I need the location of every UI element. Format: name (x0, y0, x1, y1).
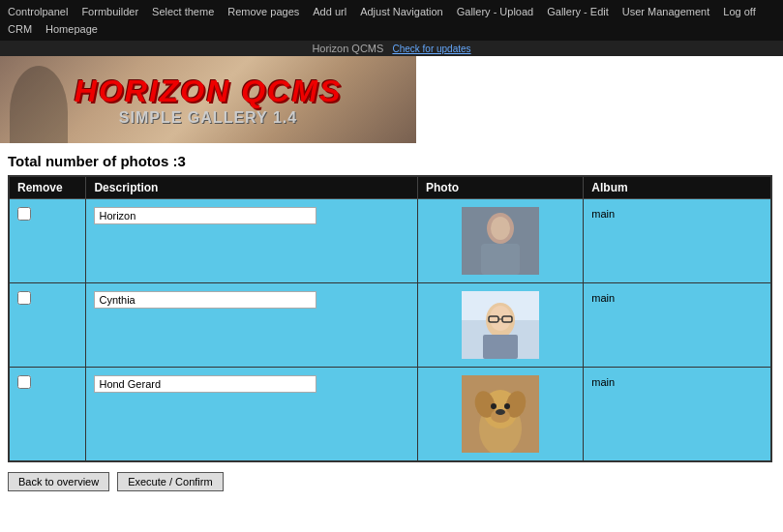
nav-remove-pages[interactable]: Remove pages (222, 4, 305, 19)
nav-gallery-edit[interactable]: Gallery - Edit (541, 4, 615, 19)
table-header-row: Remove Description Photo Album (9, 176, 771, 199)
table-row: main (9, 283, 771, 368)
execute-confirm-button[interactable]: Execute / Confirm (117, 472, 223, 491)
photo-count-label: Total number of photos :3 (0, 143, 783, 175)
table-row: main (9, 199, 771, 283)
bottom-bar: Back to overview Execute / Confirm (0, 466, 783, 497)
sub-navigation: Horizon QCMS Check for updates (0, 41, 783, 56)
banner-subtitle: SIMPLE GALLERY 1.4 (119, 109, 297, 127)
brand-label: Horizon QCMS (312, 43, 383, 54)
remove-checkbox-1[interactable] (17, 207, 31, 221)
desc-input-1[interactable] (94, 207, 316, 224)
desc-cell-2 (86, 283, 418, 368)
svg-point-8 (490, 306, 511, 331)
svg-rect-2 (481, 244, 520, 275)
table-row: main (9, 368, 771, 462)
photo-cell-2 (418, 283, 584, 368)
back-to-overview-button[interactable]: Back to overview (8, 472, 109, 491)
photo-cell-3 (418, 368, 584, 462)
nav-add-url[interactable]: Add url (307, 4, 352, 19)
banner-title: HORIZON QCMS (75, 74, 342, 109)
photo-image-2 (462, 291, 539, 359)
remove-checkbox-2[interactable] (17, 291, 31, 305)
nav-gallery-upload[interactable]: Gallery - Upload (451, 4, 539, 19)
desc-input-2[interactable] (94, 291, 316, 309)
svg-point-18 (496, 409, 505, 415)
remove-cell-1 (9, 199, 86, 283)
gallery-table: Remove Description Photo Album (8, 175, 772, 462)
album-cell-3: main (584, 368, 771, 462)
album-text-3: main (591, 376, 615, 388)
photo-image-3 (462, 375, 539, 453)
desc-cell-3 (86, 368, 418, 462)
nav-log-off[interactable]: Log off (717, 4, 761, 19)
check-updates-link[interactable]: Check for updates (392, 44, 470, 54)
photo-image-1 (462, 207, 539, 275)
album-cell-1: main (584, 199, 771, 283)
album-text-1: main (591, 208, 615, 220)
top-navigation: Controlpanel Formbuilder Select theme Re… (0, 0, 783, 41)
banner: HORIZON QCMS SIMPLE GALLERY 1.4 (0, 56, 416, 143)
nav-select-theme[interactable]: Select theme (146, 4, 220, 19)
col-header-remove: Remove (9, 176, 86, 199)
album-cell-2: main (584, 283, 771, 368)
col-header-photo: Photo (418, 176, 584, 199)
desc-input-3[interactable] (94, 375, 316, 393)
nav-crm[interactable]: CRM (2, 21, 38, 37)
desc-cell-1 (86, 199, 418, 283)
banner-overlay: HORIZON QCMS SIMPLE GALLERY 1.4 (0, 56, 416, 143)
nav-user-management[interactable]: User Management (617, 4, 716, 19)
svg-point-3 (491, 217, 510, 240)
nav-homepage[interactable]: Homepage (40, 21, 104, 37)
remove-cell-3 (9, 368, 86, 462)
svg-rect-7 (483, 335, 518, 359)
svg-point-20 (504, 403, 510, 409)
nav-formbuilder[interactable]: Formbuilder (75, 4, 144, 19)
remove-checkbox-3[interactable] (17, 375, 31, 389)
col-header-album: Album (584, 176, 771, 199)
photo-cell-1 (418, 199, 584, 283)
col-header-description: Description (86, 176, 418, 199)
nav-controlpanel[interactable]: Controlpanel (2, 4, 74, 19)
nav-adjust-navigation[interactable]: Adjust Navigation (354, 4, 449, 19)
remove-cell-2 (9, 283, 86, 368)
album-text-2: main (591, 292, 615, 304)
svg-point-19 (491, 403, 497, 409)
